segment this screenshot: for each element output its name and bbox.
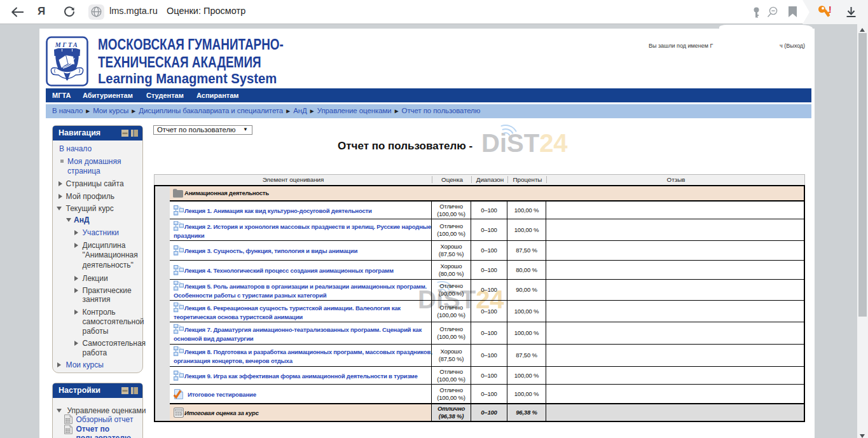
- svg-text:!: !: [829, 5, 832, 15]
- svg-text:МГТА: МГТА: [55, 41, 79, 48]
